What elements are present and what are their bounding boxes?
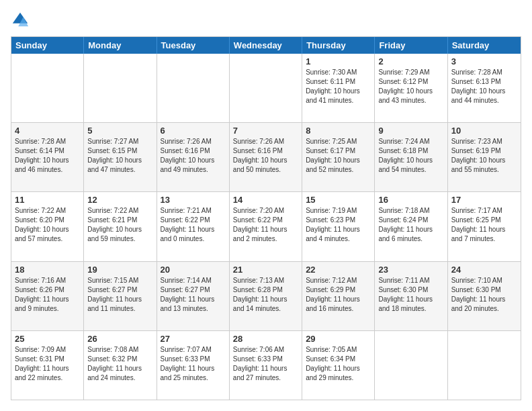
- day-number: 5: [87, 126, 152, 136]
- calendar-cell: [375, 331, 447, 400]
- calendar-cell: 24Sunrise: 7:10 AM Sunset: 6:30 PM Dayli…: [448, 262, 521, 330]
- day-info: Sunrise: 7:14 AM Sunset: 6:27 PM Dayligh…: [161, 276, 226, 314]
- calendar-cell: 12Sunrise: 7:22 AM Sunset: 6:21 PM Dayli…: [84, 192, 157, 261]
- day-info: Sunrise: 7:18 AM Sunset: 6:24 PM Dayligh…: [378, 206, 443, 244]
- day-info: Sunrise: 7:12 AM Sunset: 6:29 PM Dayligh…: [306, 276, 371, 314]
- weekday-header: Tuesday: [157, 37, 230, 54]
- day-number: 9: [378, 126, 443, 136]
- day-info: Sunrise: 7:23 AM Sunset: 6:19 PM Dayligh…: [451, 137, 517, 175]
- day-info: Sunrise: 7:29 AM Sunset: 6:12 PM Dayligh…: [378, 68, 443, 105]
- day-number: 24: [451, 265, 517, 275]
- calendar-cell: 6Sunrise: 7:26 AM Sunset: 6:16 PM Daylig…: [157, 123, 230, 191]
- day-number: 27: [161, 334, 226, 344]
- day-info: Sunrise: 7:19 AM Sunset: 6:23 PM Dayligh…: [306, 206, 371, 244]
- weekday-header: Wednesday: [230, 37, 302, 54]
- calendar-week-row: 11Sunrise: 7:22 AM Sunset: 6:20 PM Dayli…: [11, 191, 521, 261]
- day-info: Sunrise: 7:30 AM Sunset: 6:11 PM Dayligh…: [306, 68, 371, 105]
- day-number: 10: [451, 126, 517, 136]
- day-number: 13: [161, 195, 226, 205]
- calendar-cell: 21Sunrise: 7:13 AM Sunset: 6:28 PM Dayli…: [230, 262, 302, 330]
- calendar-cell: 7Sunrise: 7:26 AM Sunset: 6:16 PM Daylig…: [230, 123, 302, 191]
- weekday-header: Friday: [375, 37, 447, 54]
- calendar-cell: 5Sunrise: 7:27 AM Sunset: 6:15 PM Daylig…: [84, 123, 157, 191]
- calendar-cell: 16Sunrise: 7:18 AM Sunset: 6:24 PM Dayli…: [375, 192, 447, 261]
- calendar-cell: 27Sunrise: 7:07 AM Sunset: 6:33 PM Dayli…: [157, 331, 230, 400]
- day-info: Sunrise: 7:06 AM Sunset: 6:33 PM Dayligh…: [233, 345, 298, 383]
- calendar-body: 1Sunrise: 7:30 AM Sunset: 6:11 PM Daylig…: [11, 54, 521, 400]
- day-info: Sunrise: 7:05 AM Sunset: 6:34 PM Dayligh…: [306, 345, 371, 383]
- day-info: Sunrise: 7:24 AM Sunset: 6:18 PM Dayligh…: [378, 137, 443, 175]
- day-number: 11: [15, 195, 80, 205]
- day-info: Sunrise: 7:26 AM Sunset: 6:16 PM Dayligh…: [161, 137, 226, 175]
- calendar-cell: 15Sunrise: 7:19 AM Sunset: 6:23 PM Dayli…: [302, 192, 375, 261]
- calendar-cell: 17Sunrise: 7:17 AM Sunset: 6:25 PM Dayli…: [448, 192, 521, 261]
- calendar-cell: 14Sunrise: 7:20 AM Sunset: 6:22 PM Dayli…: [230, 192, 302, 261]
- day-number: 21: [233, 265, 298, 275]
- calendar-cell: 29Sunrise: 7:05 AM Sunset: 6:34 PM Dayli…: [302, 331, 375, 400]
- day-info: Sunrise: 7:08 AM Sunset: 6:32 PM Dayligh…: [87, 345, 152, 383]
- calendar-header: SundayMondayTuesdayWednesdayThursdayFrid…: [11, 37, 521, 54]
- weekday-header: Monday: [84, 37, 157, 54]
- calendar-week-row: 1Sunrise: 7:30 AM Sunset: 6:11 PM Daylig…: [11, 54, 521, 122]
- day-number: 17: [451, 195, 517, 205]
- calendar-week-row: 4Sunrise: 7:28 AM Sunset: 6:14 PM Daylig…: [11, 122, 521, 191]
- day-number: 28: [233, 334, 298, 344]
- calendar-cell: 9Sunrise: 7:24 AM Sunset: 6:18 PM Daylig…: [375, 123, 447, 191]
- day-number: 23: [378, 265, 443, 275]
- calendar-cell: 25Sunrise: 7:09 AM Sunset: 6:31 PM Dayli…: [11, 331, 84, 400]
- calendar-cell: 3Sunrise: 7:28 AM Sunset: 6:13 PM Daylig…: [448, 54, 521, 122]
- day-number: 16: [378, 195, 443, 205]
- weekday-header: Saturday: [448, 37, 521, 54]
- calendar-week-row: 25Sunrise: 7:09 AM Sunset: 6:31 PM Dayli…: [11, 330, 521, 400]
- day-number: 2: [378, 56, 443, 66]
- day-info: Sunrise: 7:09 AM Sunset: 6:31 PM Dayligh…: [15, 345, 80, 383]
- calendar-cell: [157, 54, 230, 122]
- day-info: Sunrise: 7:10 AM Sunset: 6:30 PM Dayligh…: [451, 276, 517, 314]
- calendar-cell: [84, 54, 157, 122]
- day-number: 20: [161, 265, 226, 275]
- calendar-cell: [11, 54, 84, 122]
- day-info: Sunrise: 7:22 AM Sunset: 6:21 PM Dayligh…: [87, 206, 152, 244]
- calendar: SundayMondayTuesdayWednesdayThursdayFrid…: [11, 36, 521, 400]
- calendar-cell: 26Sunrise: 7:08 AM Sunset: 6:32 PM Dayli…: [84, 331, 157, 400]
- calendar-cell: 11Sunrise: 7:22 AM Sunset: 6:20 PM Dayli…: [11, 192, 84, 261]
- logo: [11, 11, 32, 30]
- day-number: 3: [451, 56, 517, 66]
- day-number: 15: [306, 195, 371, 205]
- calendar-cell: 13Sunrise: 7:21 AM Sunset: 6:22 PM Dayli…: [157, 192, 230, 261]
- day-info: Sunrise: 7:11 AM Sunset: 6:30 PM Dayligh…: [378, 276, 443, 314]
- day-number: 18: [15, 265, 80, 275]
- day-number: 1: [306, 56, 371, 66]
- calendar-cell: [448, 331, 521, 400]
- day-info: Sunrise: 7:28 AM Sunset: 6:13 PM Dayligh…: [451, 68, 517, 105]
- calendar-cell: 4Sunrise: 7:28 AM Sunset: 6:14 PM Daylig…: [11, 123, 84, 191]
- calendar-cell: 2Sunrise: 7:29 AM Sunset: 6:12 PM Daylig…: [375, 54, 447, 122]
- day-info: Sunrise: 7:21 AM Sunset: 6:22 PM Dayligh…: [161, 206, 226, 244]
- calendar-cell: 18Sunrise: 7:16 AM Sunset: 6:26 PM Dayli…: [11, 262, 84, 330]
- day-number: 14: [233, 195, 298, 205]
- day-info: Sunrise: 7:25 AM Sunset: 6:17 PM Dayligh…: [306, 137, 371, 175]
- day-info: Sunrise: 7:16 AM Sunset: 6:26 PM Dayligh…: [15, 276, 80, 314]
- day-number: 22: [306, 265, 371, 275]
- calendar-cell: 22Sunrise: 7:12 AM Sunset: 6:29 PM Dayli…: [302, 262, 375, 330]
- day-info: Sunrise: 7:20 AM Sunset: 6:22 PM Dayligh…: [233, 206, 298, 244]
- day-number: 25: [15, 334, 80, 344]
- calendar-cell: 20Sunrise: 7:14 AM Sunset: 6:27 PM Dayli…: [157, 262, 230, 330]
- day-number: 7: [233, 126, 298, 136]
- calendar-cell: 23Sunrise: 7:11 AM Sunset: 6:30 PM Dayli…: [375, 262, 447, 330]
- header: [11, 11, 521, 30]
- calendar-cell: 28Sunrise: 7:06 AM Sunset: 6:33 PM Dayli…: [230, 331, 302, 400]
- calendar-week-row: 18Sunrise: 7:16 AM Sunset: 6:26 PM Dayli…: [11, 261, 521, 330]
- day-info: Sunrise: 7:07 AM Sunset: 6:33 PM Dayligh…: [161, 345, 226, 383]
- calendar-cell: [230, 54, 302, 122]
- weekday-header: Thursday: [302, 37, 375, 54]
- day-number: 26: [87, 334, 152, 344]
- calendar-cell: 10Sunrise: 7:23 AM Sunset: 6:19 PM Dayli…: [448, 123, 521, 191]
- day-info: Sunrise: 7:26 AM Sunset: 6:16 PM Dayligh…: [233, 137, 298, 175]
- day-number: 4: [15, 126, 80, 136]
- day-info: Sunrise: 7:17 AM Sunset: 6:25 PM Dayligh…: [451, 206, 517, 244]
- logo-icon: [11, 11, 30, 30]
- weekday-header: Sunday: [11, 37, 84, 54]
- day-number: 8: [306, 126, 371, 136]
- day-number: 12: [87, 195, 152, 205]
